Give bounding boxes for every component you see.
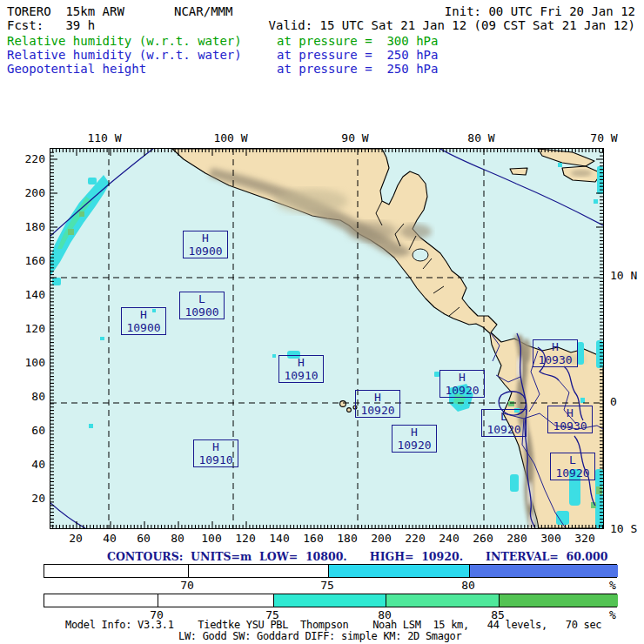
- right-axis-label: 0: [610, 395, 617, 408]
- bottom-axis-label: 220: [405, 532, 425, 545]
- bottom-axis-label: 320: [574, 532, 594, 545]
- high-center-marker-10920: H10920: [392, 425, 437, 453]
- bottom-axis-label: 180: [337, 532, 357, 545]
- high-center-marker-10910: H10910: [193, 439, 238, 467]
- rh-250hPa-scale-colorbar: [44, 564, 617, 578]
- colorbar-segment: [188, 565, 329, 577]
- bottom-axis-label: 40: [103, 532, 117, 545]
- map-graphic: [50, 149, 603, 528]
- bottom-axis-label: 300: [540, 532, 560, 545]
- top-axis-label: 80 W: [467, 131, 494, 144]
- bottom-axis-label: 260: [473, 532, 493, 545]
- galapagos-island: [340, 401, 346, 407]
- colorbar-tick-label: %: [609, 579, 616, 592]
- high-center-marker-10920: H10920: [439, 370, 485, 398]
- top-axis-label: 110 W: [87, 131, 121, 144]
- map-panel: [50, 148, 604, 529]
- model-info-line-1: Model Info: V3.3.1 Tiedtke YSU PBL Thomp…: [65, 619, 601, 631]
- low-center-marker-10920: L10920: [550, 453, 595, 480]
- colorbar-segment: [328, 565, 470, 577]
- bottom-axis-label: 20: [69, 532, 83, 545]
- model-info-line-2: LW: Godd SW: Goddard DIFF: simple KM: 2D…: [178, 630, 461, 642]
- legend-field-3-label: Geopotential height: [7, 63, 146, 76]
- low-center-marker-10900: L10900: [179, 292, 225, 319]
- legend-field-1-label: Relative humidity (w.r.t. water): [7, 35, 242, 48]
- left-axis-label: 20: [31, 492, 45, 505]
- legend-field-3-level: at pressure = 250 hPa: [277, 63, 438, 76]
- bottom-axis-label: 100: [201, 532, 221, 545]
- high-center-marker-10900: H10900: [183, 231, 228, 258]
- high-center-marker-10920: H10920: [355, 390, 400, 418]
- bottom-axis-label: 60: [137, 532, 151, 545]
- colorbar-segment: [158, 594, 274, 607]
- valid-time: Valid: 15 UTC Sat 21 Jan 12 (09 CST Sat …: [269, 19, 635, 32]
- center-name: NCAR/MMM: [174, 5, 232, 18]
- left-axis-label: 60: [31, 424, 45, 437]
- contour-info-line: CONTOURS: UNITS=m LOW= 10800. HIGH= 1092…: [107, 550, 607, 563]
- north-central-south-america-landmass: [172, 149, 603, 528]
- high-center-marker-10900: H10900: [121, 307, 166, 335]
- colorbar-segment: [499, 594, 618, 607]
- colorbar-segment: [386, 594, 500, 607]
- left-axis-label: 100: [25, 356, 45, 369]
- bottom-axis-label: 140: [269, 532, 289, 545]
- high-center-marker-10930: H10930: [547, 406, 593, 433]
- colorbar-segment: [44, 565, 188, 577]
- left-axis-label: 140: [25, 288, 45, 301]
- colorbar-tick-label: 80: [461, 579, 475, 592]
- bottom-axis-label: 240: [439, 532, 459, 545]
- colorbar-tick-label: %: [609, 608, 616, 621]
- init-time: Init: 00 UTC Fri 20 Jan 12: [445, 5, 635, 18]
- left-axis-label: 80: [31, 390, 45, 403]
- high-center-marker-10910: H10910: [278, 355, 324, 383]
- low-center-marker-10920: L10920: [481, 409, 527, 437]
- left-axis-label: 220: [25, 152, 45, 165]
- left-axis-label: 120: [25, 322, 45, 335]
- bottom-axis-label: 280: [506, 532, 527, 545]
- top-axis-label: 70 W: [590, 131, 617, 144]
- bottom-axis-label: 80: [171, 532, 184, 545]
- colorbar-segment: [273, 594, 386, 607]
- legend-field-1-level: at pressure = 300 hPa: [277, 35, 438, 48]
- bottom-axis-label: 200: [371, 532, 391, 545]
- lake-nicaragua: [413, 249, 428, 261]
- colorbar-tick-label: 75: [320, 579, 334, 592]
- legend-field-2-label: Relative humidity (w.r.t. water): [7, 49, 242, 62]
- top-axis-label: 100 W: [213, 131, 247, 144]
- forecast-hour: Fcst: 39 h: [7, 19, 95, 32]
- top-axis-label: 90 W: [341, 131, 368, 144]
- right-axis-label: 10 N: [610, 269, 637, 282]
- model-title: TORERO 15km ARW: [7, 5, 124, 18]
- weather-model-plot: TORERO 15km ARW NCAR/MMM Init: 00 UTC Fr…: [0, 0, 644, 644]
- left-axis-label: 180: [25, 220, 45, 233]
- legend-field-2-level: at pressure = 250 hPa: [277, 49, 438, 62]
- left-axis-label: 200: [25, 186, 45, 199]
- jamaica-island: [510, 168, 527, 175]
- left-axis-label: 160: [25, 254, 45, 267]
- colorbar-segment: [44, 594, 158, 607]
- colorbar-tick-label: 70: [180, 579, 194, 592]
- bottom-axis-label: 160: [303, 532, 323, 545]
- left-axis-label: 40: [31, 458, 45, 471]
- galapagos-island: [347, 408, 352, 413]
- high-center-marker-10930: H10930: [533, 339, 578, 367]
- right-axis-label: 10 S: [610, 522, 637, 535]
- rh-300hPa-scale-colorbar: [44, 594, 617, 607]
- bottom-axis-label: 120: [235, 532, 255, 545]
- colorbar-segment: [469, 565, 618, 577]
